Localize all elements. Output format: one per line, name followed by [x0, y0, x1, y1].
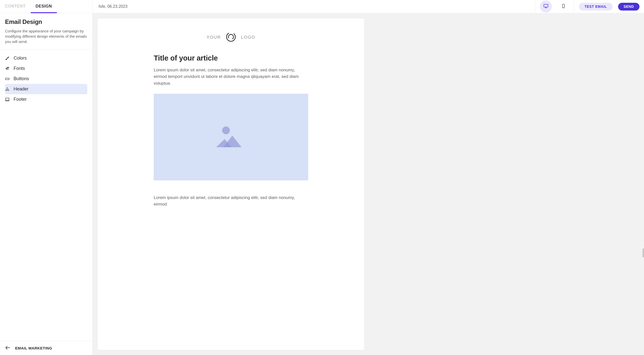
section-title: Email Design: [5, 18, 87, 25]
svg-rect-6: [6, 98, 9, 101]
main-area: fsfe, 06.23.2023 TEST EMAIL SEND YOUR: [93, 0, 644, 355]
design-list: Colors Fonts Buttons Header Footer: [0, 49, 92, 108]
canvas-scrollarea[interactable]: YOUR LOGO Title of your article Lorem ip…: [93, 13, 644, 355]
svg-rect-5: [8, 90, 9, 91]
section-desc: Configure the appearance of your campaig…: [5, 28, 87, 44]
email-preview: YOUR LOGO Title of your article Lorem ip…: [98, 18, 364, 350]
design-item-label: Footer: [14, 97, 27, 102]
sidebar: CONTENT DESIGN Email Design Configure th…: [0, 0, 93, 355]
design-item-buttons[interactable]: Buttons: [5, 74, 87, 84]
campaign-title: fsfe, 06.23.2023: [93, 4, 535, 9]
design-item-fonts[interactable]: Fonts: [5, 63, 87, 74]
logo-text-right: LOGO: [241, 35, 255, 40]
mobile-preview-button[interactable]: [557, 1, 570, 13]
test-email-button[interactable]: TEST EMAIL: [579, 3, 612, 11]
preview-article-title: Title of your article: [154, 54, 308, 62]
section-header: Email Design Configure the appearance of…: [0, 13, 92, 49]
design-item-label: Buttons: [14, 76, 29, 81]
svg-rect-9: [544, 4, 548, 7]
tab-design[interactable]: DESIGN: [31, 0, 57, 13]
palette-icon: [5, 56, 10, 61]
preview-image-placeholder: [154, 94, 308, 180]
preview-article-body: Lorem ipsum dolor sit amet, consectetur …: [154, 67, 308, 87]
action-buttons: TEST EMAIL SEND: [574, 0, 644, 13]
sidebar-tabs: CONTENT DESIGN: [0, 0, 92, 13]
svg-point-1: [7, 87, 8, 88]
design-item-label: Colors: [14, 56, 27, 61]
mobile-icon: [561, 4, 566, 9]
image-icon: [213, 124, 249, 150]
tab-content[interactable]: CONTENT: [0, 0, 31, 13]
send-button[interactable]: SEND: [618, 3, 639, 11]
scrollbar-thumb[interactable]: [642, 248, 644, 258]
design-item-header[interactable]: Header: [5, 84, 87, 94]
back-to-email-marketing[interactable]: EMAIL MARKETING: [0, 341, 92, 355]
header-icon: [5, 87, 10, 91]
design-item-footer[interactable]: Footer: [5, 94, 87, 105]
svg-rect-0: [6, 78, 9, 80]
svg-point-15: [228, 34, 233, 39]
footer-icon: [5, 97, 10, 102]
preview-article: Title of your article Lorem ipsum dolor …: [154, 54, 308, 208]
preview-article-body-2: Lorem ipsum dolor sit amet, consectetur …: [154, 194, 308, 208]
sidebar-footer-label: EMAIL MARKETING: [15, 346, 52, 350]
desktop-preview-button[interactable]: [540, 1, 552, 13]
design-item-colors[interactable]: Colors: [5, 53, 87, 63]
svg-point-16: [222, 126, 230, 134]
button-icon: [5, 77, 10, 81]
svg-point-13: [564, 7, 564, 8]
svg-rect-3: [6, 90, 6, 91]
desktop-icon: [543, 4, 548, 10]
device-switcher: [535, 0, 574, 13]
svg-rect-2: [6, 89, 9, 89]
svg-point-14: [227, 33, 235, 41]
design-item-label: Header: [14, 86, 28, 92]
text-size-icon: [5, 66, 10, 71]
logo-icon: [225, 31, 236, 43]
toolbar: fsfe, 06.23.2023 TEST EMAIL SEND: [93, 0, 644, 13]
svg-rect-4: [7, 90, 8, 91]
preview-header: YOUR LOGO: [98, 18, 364, 54]
design-item-label: Fonts: [14, 66, 25, 71]
logo-text-left: YOUR: [207, 35, 221, 40]
arrow-left-icon: [5, 345, 11, 351]
